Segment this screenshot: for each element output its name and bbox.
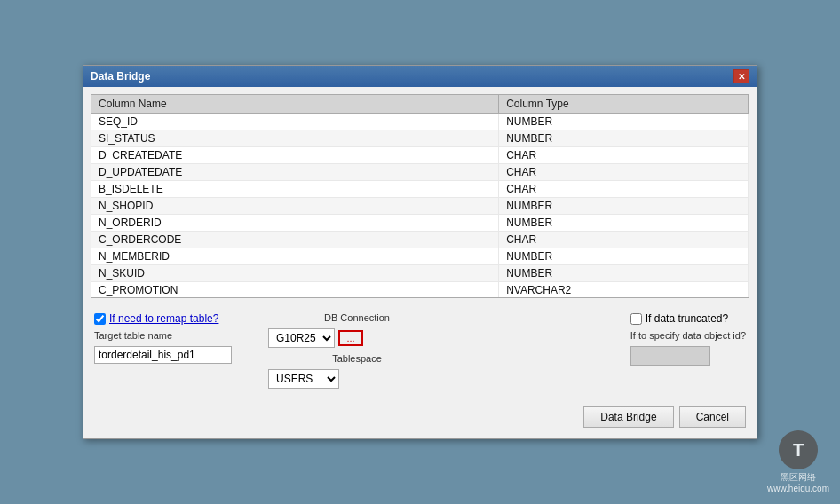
table-cell: NUMBER (499, 248, 749, 265)
table-cell: NUMBER (499, 130, 749, 147)
table-cell: NUMBER (499, 114, 749, 130)
dialog-title: Data Bridge (91, 70, 150, 83)
cancel-button[interactable]: Cancel (679, 406, 746, 428)
tablespace-label: Tablespace (332, 353, 382, 364)
table-row[interactable]: SEQ_IDNUMBER (91, 114, 749, 130)
table-cell: NVARCHAR2 (499, 282, 749, 299)
remap-label: If need to remap table? (109, 312, 218, 325)
target-table-input[interactable] (94, 346, 232, 364)
specify-input[interactable] (630, 346, 710, 366)
table-cell: SI_STATUS (91, 130, 499, 147)
table-row[interactable]: D_UPDATEDATECHAR (91, 164, 749, 181)
column-table-container[interactable]: Column Name Column Type SEQ_IDNUMBERSI_S… (91, 94, 749, 298)
ellipsis-button[interactable]: ... (338, 330, 363, 346)
watermark-line1: 黑区网络 (781, 471, 816, 484)
table-row[interactable]: SI_STATUSNUMBER (91, 130, 749, 147)
table-cell: C_PROMOTION (91, 282, 499, 299)
bottom-section: If need to remap table? Target table nam… (91, 305, 749, 396)
table-header-row: Column Name Column Type (91, 95, 749, 114)
db-connection-select[interactable]: G10R25 G10R26 LOCAL (268, 328, 335, 348)
table-cell: N_ORDERID (91, 215, 499, 232)
table-cell: CHAR (499, 164, 749, 181)
table-cell: CHAR (499, 147, 749, 164)
table-row[interactable]: N_MEMBERIDNUMBER (91, 248, 749, 265)
table-cell: C_ORDERCODE (91, 232, 499, 248)
table-cell: NUMBER (499, 265, 749, 282)
table-row[interactable]: B_ISDELETECHAR (91, 181, 749, 198)
table-row[interactable]: C_ORDERCODECHAR (91, 232, 749, 248)
table-cell: N_SHOPID (91, 198, 499, 215)
truncated-row: If data truncated? (630, 312, 728, 325)
table-cell: NUMBER (499, 198, 749, 215)
table-cell: D_CREATEDATE (91, 147, 499, 164)
specify-label: If to specify data object id? (630, 330, 746, 341)
center-section: DB Connection G10R25 G10R26 LOCAL ... Ta… (268, 312, 446, 389)
watermark-line2: www.heiqu.com (767, 484, 829, 493)
table-cell: D_UPDATEDATE (91, 164, 499, 181)
table-cell: SEQ_ID (91, 114, 499, 130)
db-connection-row: G10R25 G10R26 LOCAL ... (268, 328, 363, 348)
table-cell: N_SKUID (91, 265, 499, 282)
table-cell: NUMBER (499, 215, 749, 232)
target-table-label: Target table name (94, 330, 254, 341)
remap-checkbox[interactable] (94, 313, 106, 325)
table-row[interactable]: N_SHOPIDNUMBER (91, 198, 749, 215)
column-table: Column Name Column Type SEQ_IDNUMBERSI_S… (91, 95, 749, 298)
remap-checkbox-row[interactable]: If need to remap table? (94, 312, 254, 325)
data-bridge-dialog: Data Bridge ✕ Column Name Column Type SE… (83, 65, 757, 439)
close-button[interactable]: ✕ (733, 69, 749, 83)
table-cell: B_ISDELETE (91, 181, 499, 198)
column-type-header: Column Type (499, 95, 749, 114)
tablespace-select[interactable]: USERS SYSTEM (268, 369, 339, 389)
button-row: Data Bridge Cancel (91, 403, 749, 431)
table-cell: CHAR (499, 181, 749, 198)
db-connection-label: DB Connection (324, 312, 390, 323)
dialog-body: Column Name Column Type SEQ_IDNUMBERSI_S… (83, 87, 757, 438)
column-name-header: Column Name (91, 95, 499, 114)
table-row[interactable]: N_ORDERIDNUMBER (91, 215, 749, 232)
table-body: SEQ_IDNUMBERSI_STATUSNUMBERD_CREATEDATEC… (91, 114, 749, 299)
table-cell: N_MEMBERID (91, 248, 499, 265)
table-cell: CHAR (499, 232, 749, 248)
table-row[interactable]: N_SKUIDNUMBER (91, 265, 749, 282)
watermark: T 黑区网络 www.heiqu.com (767, 430, 829, 493)
right-section: If data truncated? If to specify data ob… (630, 312, 746, 366)
data-bridge-button[interactable]: Data Bridge (583, 406, 673, 428)
truncated-label: If data truncated? (646, 312, 728, 325)
title-bar: Data Bridge ✕ (83, 66, 757, 87)
truncated-checkbox[interactable] (630, 313, 642, 325)
left-section: If need to remap table? Target table nam… (94, 312, 254, 364)
table-row[interactable]: C_PROMOTIONNVARCHAR2 (91, 282, 749, 299)
title-bar-buttons: ✕ (733, 69, 749, 83)
watermark-icon: T (779, 430, 818, 469)
table-row[interactable]: D_CREATEDATECHAR (91, 147, 749, 164)
